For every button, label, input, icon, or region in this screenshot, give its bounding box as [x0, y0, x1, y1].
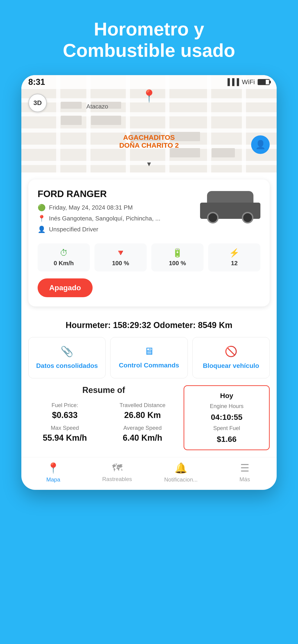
- collapse-arrow-icon[interactable]: ▼: [146, 160, 152, 168]
- fuel-price-value: $0.633: [28, 410, 101, 420]
- stat-speed: ⏱ 0 Km/h: [38, 244, 90, 272]
- resume-item-fuel-price: Fuel Price: $0.633: [28, 402, 101, 420]
- vehicle-name: FORD RANGER: [38, 189, 195, 199]
- bottom-nav: 📍 Mapa 🗺 Rastreables 🔔 Notificacion... ☰…: [21, 457, 277, 490]
- bolt-icon: ⚡: [229, 248, 239, 258]
- signal-bars-icon: ▐▐▐: [225, 78, 239, 86]
- spent-fuel-value: $1.66: [217, 435, 236, 444]
- map-area[interactable]: 8:31 ▐▐▐ WiFi 3D 📍 Atacazo AGACHADITOS D…: [21, 75, 277, 172]
- engine-hours-value: 04:10:55: [211, 413, 242, 422]
- max-speed-value: 55.94 Km/h: [28, 433, 101, 443]
- map-user-button[interactable]: 👤: [251, 136, 270, 154]
- location-name-label: AGACHADITOS DOÑA CHARITO 2: [119, 134, 179, 149]
- control-label: Control Commands: [119, 361, 179, 370]
- datetime-icon: 🟢: [38, 204, 46, 212]
- resume-hoy-card: Hoy Engine Hours 04:10:55 Spent Fuel $1.…: [184, 385, 270, 450]
- atacazo-label: Atacazo: [86, 103, 108, 110]
- max-speed-label: Max Speed: [28, 425, 101, 431]
- notificaciones-icon: 🔔: [175, 462, 187, 474]
- spent-fuel-label: Spent Fuel: [213, 425, 240, 432]
- avg-speed-value: 6.40 Km/h: [106, 433, 179, 443]
- bolt-value: 12: [231, 260, 238, 267]
- resume-grid: Fuel Price: $0.633 Travelled Distance 26…: [28, 402, 179, 443]
- resume-item-avg-speed: Average Speed 6.40 Km/h: [106, 425, 179, 443]
- mapa-label: Mapa: [46, 476, 60, 483]
- stat-battery: 🔋 100 %: [151, 244, 203, 272]
- control-icon: 🖥: [144, 346, 154, 357]
- location-pin-icon: 📍: [142, 89, 157, 103]
- battery-value: 100 %: [169, 260, 186, 267]
- resume-title: Resume of: [28, 385, 179, 395]
- resume-item-max-speed: Max Speed 55.94 Km/h: [28, 425, 101, 443]
- stat-signal: 🔻 100 %: [95, 244, 147, 272]
- datos-icon: 📎: [61, 346, 73, 358]
- vehicle-image: [200, 189, 260, 224]
- action-card-control[interactable]: 🖥 Control Commands: [110, 337, 187, 378]
- vehicle-card: FORD RANGER 🟢 Friday, May 24, 2024 08:31…: [28, 180, 270, 306]
- vehicle-datetime: Friday, May 24, 2024 08:31 PM: [49, 204, 133, 211]
- vehicle-driver-row: 👤 Unspecified Driver: [38, 226, 195, 233]
- speedometer-icon: ⏱: [60, 248, 68, 258]
- signal-icon: 🔻: [115, 248, 126, 258]
- fuel-price-label: Fuel Price:: [28, 402, 101, 408]
- notificaciones-label: Notificacion...: [164, 476, 197, 483]
- nav-item-mapa[interactable]: 📍 Mapa: [21, 462, 85, 483]
- mas-label: Más: [239, 476, 250, 483]
- hourmeter-bar: Hourmeter: 158:29:32 Odometer: 8549 Km: [21, 314, 277, 337]
- action-cards-row: 📎 Datos consolidados 🖥 Control Commands …: [21, 337, 277, 385]
- rastreables-icon: 🗺: [112, 462, 122, 474]
- action-card-datos[interactable]: 📎 Datos consolidados: [28, 337, 106, 378]
- mas-icon: ☰: [240, 462, 249, 474]
- nav-item-mas[interactable]: ☰ Más: [213, 462, 277, 483]
- vehicle-datetime-row: 🟢 Friday, May 24, 2024 08:31 PM: [38, 204, 195, 212]
- resume-item-distance: Travelled Distance 26.80 Km: [106, 402, 179, 420]
- resume-section: Resume of Fuel Price: $0.633 Travelled D…: [21, 385, 277, 457]
- wifi-icon: WiFi: [242, 78, 255, 86]
- status-icons: ▐▐▐ WiFi: [225, 78, 270, 86]
- status-button[interactable]: Apagado: [38, 278, 93, 297]
- vehicle-address: Inés Gangotena, Sangolquí, Pichincha, ..…: [49, 215, 160, 222]
- datos-label: Datos consolidados: [36, 362, 98, 370]
- vehicle-stats-row: ⏱ 0 Km/h 🔻 100 % 🔋 100 % ⚡ 12: [38, 244, 260, 272]
- mapa-icon: 📍: [47, 462, 60, 474]
- bloquear-label: Bloquear vehículo: [203, 362, 259, 370]
- bloquear-icon: 🚫: [225, 346, 237, 358]
- time-display: 8:31: [28, 77, 45, 87]
- battery-stat-icon: 🔋: [172, 248, 183, 258]
- location-icon: 📍: [38, 215, 46, 222]
- phone-frame: 8:31 ▐▐▐ WiFi 3D 📍 Atacazo AGACHADITOS D…: [21, 75, 277, 490]
- rastreables-label: Rastreables: [102, 476, 132, 482]
- vehicle-address-row: 📍 Inés Gangotena, Sangolquí, Pichincha, …: [38, 215, 195, 222]
- hoy-title: Hoy: [220, 392, 233, 400]
- battery-icon: [258, 79, 270, 85]
- nav-item-rastreables[interactable]: 🗺 Rastreables: [85, 462, 149, 483]
- status-bar: 8:31 ▐▐▐ WiFi: [21, 75, 277, 89]
- map-3d-button[interactable]: 3D: [28, 94, 47, 112]
- stat-bolt: ⚡ 12: [208, 244, 260, 272]
- signal-value: 100 %: [112, 260, 129, 267]
- resume-left: Resume of Fuel Price: $0.633 Travelled D…: [28, 385, 179, 450]
- nav-item-notificaciones[interactable]: 🔔 Notificacion...: [149, 462, 213, 483]
- engine-hours-label: Engine Hours: [210, 403, 243, 410]
- hourmeter-text: Hourmeter: 158:29:32 Odometer: 8549 Km: [66, 320, 232, 330]
- avg-speed-label: Average Speed: [106, 425, 179, 431]
- hero-title: Horometro y Combustible usado: [44, 0, 254, 75]
- distance-label: Travelled Distance: [106, 402, 179, 408]
- distance-value: 26.80 Km: [106, 410, 179, 420]
- action-card-bloquear[interactable]: 🚫 Bloquear vehículo: [192, 337, 270, 378]
- speed-value: 0 Km/h: [54, 260, 74, 267]
- driver-icon: 👤: [38, 226, 46, 233]
- vehicle-driver: Unspecified Driver: [49, 226, 98, 233]
